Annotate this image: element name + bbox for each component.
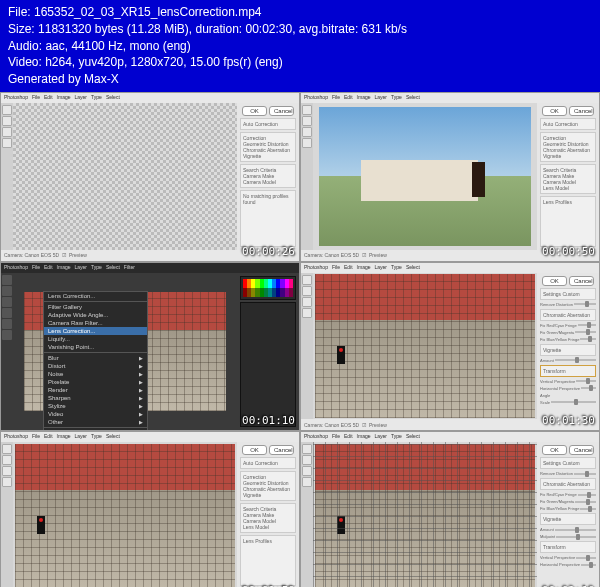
tool-icon[interactable] — [302, 444, 312, 454]
ok-button[interactable]: OK — [542, 276, 567, 286]
tool-icon[interactable] — [2, 319, 12, 329]
tool-icon[interactable] — [302, 466, 312, 476]
tool-icon[interactable] — [2, 308, 12, 318]
tool-icon[interactable] — [2, 466, 12, 476]
ok-button[interactable]: OK — [542, 445, 567, 455]
menu-camera-raw[interactable]: Camera Raw Filter... — [44, 319, 147, 327]
menu-digimarc[interactable]: Digimarc▶ — [44, 429, 147, 431]
angle-control[interactable]: Angle — [540, 393, 596, 398]
thumbnail-3: PhotoshopFileEditImageLayerTypeSelectFil… — [0, 262, 300, 432]
video-value: h264, yuv420p, 1280x720, 15.00 fps(r) (e… — [45, 55, 283, 69]
panel-title: Auto Correction — [540, 118, 596, 130]
cancel-button[interactable]: Cancel — [269, 106, 294, 116]
timestamp: 00:00:26 — [242, 245, 295, 258]
tool-icon[interactable] — [302, 455, 312, 465]
tool-icon[interactable] — [2, 444, 12, 454]
menu-pixelate[interactable]: Pixelate▶ — [44, 378, 147, 386]
size-label: Size: — [8, 22, 35, 36]
cancel-button[interactable]: Cancel — [569, 445, 594, 455]
cancel-button[interactable]: Cancel — [269, 445, 294, 455]
tool-icon[interactable] — [302, 116, 312, 126]
amount-slider[interactable]: Amount — [540, 527, 596, 532]
cancel-button[interactable]: Cancel — [569, 106, 594, 116]
menu-vanishing-point[interactable]: Vanishing Point... — [44, 343, 147, 351]
menu-filter-gallery[interactable]: Filter Gallery — [44, 303, 147, 311]
tool-icon[interactable] — [2, 455, 12, 465]
settings-dropdown[interactable]: Settings Custom — [540, 288, 596, 300]
search-section: Search Criteria Camera Make Camera Model — [240, 164, 296, 188]
midpoint-slider[interactable]: Midpoint — [540, 534, 596, 539]
ok-button[interactable]: OK — [242, 445, 267, 455]
tool-icon[interactable] — [2, 275, 12, 285]
tool-icon[interactable] — [2, 286, 12, 296]
audio-label: Audio: — [8, 39, 42, 53]
horizontal-perspective-slider[interactable]: Horizontal Perspective — [540, 562, 596, 567]
amount-slider[interactable]: Amount — [540, 358, 596, 363]
menu-stylize[interactable]: Stylize▶ — [44, 402, 147, 410]
tool-icon[interactable] — [2, 105, 12, 115]
remove-distortion-slider[interactable]: Remove Distortion — [540, 471, 596, 476]
menu-video[interactable]: Video▶ — [44, 410, 147, 418]
tool-icon[interactable] — [2, 330, 12, 340]
tool-icon[interactable] — [2, 477, 12, 487]
tool-icon[interactable] — [302, 308, 312, 318]
building-photo — [315, 274, 535, 418]
menu-render[interactable]: Render▶ — [44, 386, 147, 394]
menu-other[interactable]: Other▶ — [44, 418, 147, 426]
tool-icon[interactable] — [2, 297, 12, 307]
tool-icon[interactable] — [302, 286, 312, 296]
thumbnail-grid: PhotoshopFileEditImageLayerTypeSelect OK… — [0, 92, 600, 587]
menu-distort[interactable]: Distort▶ — [44, 362, 147, 370]
tool-palette — [301, 442, 313, 587]
lens-profiles: Lens Profiles — [540, 196, 596, 247]
green-magenta-slider[interactable]: Fix Green/Magenta — [540, 330, 596, 335]
tool-icon[interactable] — [2, 138, 12, 148]
red-cyan-slider[interactable]: Fix Red/Cyan Fringe — [540, 323, 596, 328]
blue-yellow-slider[interactable]: Fix Blue/Yellow Fringe — [540, 506, 596, 511]
correction-section: Correction Geometric Distortion Chromati… — [240, 132, 296, 162]
tool-icon[interactable] — [302, 275, 312, 285]
chromatic-section: Chromatic Aberration — [540, 478, 596, 490]
custom-panel: OK Cancel Settings Custom Remove Distort… — [537, 273, 599, 420]
chromatic-section: Chromatic Aberration — [540, 309, 596, 321]
menu-blur[interactable]: Blur▶ — [44, 354, 147, 362]
menu-noise[interactable]: Noise▶ — [44, 370, 147, 378]
green-magenta-slider[interactable]: Fix Green/Magenta — [540, 499, 596, 504]
tool-icon[interactable] — [302, 105, 312, 115]
tool-icon[interactable] — [302, 138, 312, 148]
vertical-perspective-slider[interactable]: Vertical Perspective — [540, 379, 596, 384]
red-cyan-slider[interactable]: Fix Red/Cyan Fringe — [540, 492, 596, 497]
correction-panel: OK Cancel Auto Correction Correction Geo… — [237, 442, 299, 587]
blue-yellow-slider[interactable]: Fix Blue/Yellow Fringe — [540, 337, 596, 342]
tool-icon[interactable] — [2, 127, 12, 137]
traffic-light-icon — [337, 346, 345, 364]
menu-last-filter[interactable]: Lens Correction... — [44, 292, 147, 300]
remove-distortion-slider[interactable]: Remove Distortion — [540, 302, 596, 307]
menu-adaptive-wide[interactable]: Adaptive Wide Angle... — [44, 311, 147, 319]
settings-dropdown[interactable]: Settings Custom — [540, 457, 596, 469]
vertical-perspective-slider[interactable]: Vertical Perspective — [540, 555, 596, 560]
tool-icon[interactable] — [302, 297, 312, 307]
horizontal-perspective-slider[interactable]: Horizontal Perspective — [540, 386, 596, 391]
tool-icon[interactable] — [2, 116, 12, 126]
cancel-button[interactable]: Cancel — [569, 276, 594, 286]
video-info-header: File: 165352_02_03_XR15_lensCorrection.m… — [0, 0, 600, 92]
thumbnail-1: PhotoshopFileEditImageLayerTypeSelect OK… — [0, 92, 300, 262]
menu-lens-correction[interactable]: Lens Correction... — [44, 327, 147, 335]
ok-button[interactable]: OK — [542, 106, 567, 116]
menu-sharpen[interactable]: Sharpen▶ — [44, 394, 147, 402]
scale-slider[interactable]: Scale — [540, 400, 596, 405]
menu-liquify[interactable]: Liquify... — [44, 335, 147, 343]
canvas-area — [13, 103, 237, 250]
panel-title: Auto Correction — [240, 118, 296, 130]
filter-menu: Lens Correction... Filter Gallery Adapti… — [43, 291, 148, 431]
canvas-area — [13, 442, 237, 587]
tool-palette — [1, 442, 13, 587]
traffic-light-icon — [37, 516, 45, 534]
ok-button[interactable]: OK — [242, 106, 267, 116]
tool-icon[interactable] — [302, 127, 312, 137]
panel-title: Auto Correction — [240, 457, 296, 469]
thumbnail-5: PhotoshopFileEditImageLayerTypeSelect OK… — [0, 431, 300, 587]
tool-icon[interactable] — [302, 477, 312, 487]
swatches-panel — [240, 276, 296, 300]
